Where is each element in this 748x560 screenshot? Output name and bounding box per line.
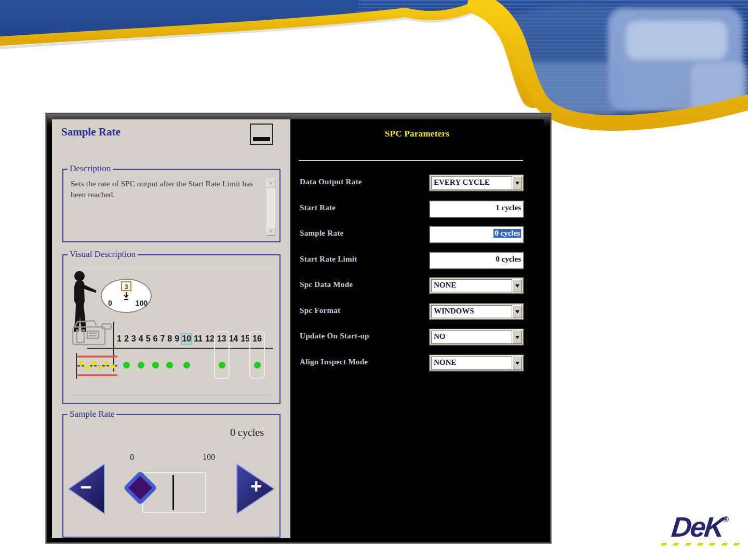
- dropdown-value: NO: [434, 332, 446, 341]
- spc-row-update-on-start-up: Update On Start-upNO: [290, 329, 544, 355]
- field-label: Align Inspect Mode: [300, 358, 368, 366]
- data-output-rate-dropdown[interactable]: EVERY CYCLE: [430, 175, 524, 191]
- page: Sample Rate Description Sets the rate of…: [0, 0, 748, 560]
- dek-logo-dashes: [661, 543, 739, 545]
- help-panel: Sample Rate Description Sets the rate of…: [52, 119, 290, 538]
- field-label: Start Rate Limit: [300, 255, 357, 264]
- minus-icon: −: [80, 477, 91, 497]
- cycle-number-5: 5: [146, 334, 151, 344]
- plus-icon: +: [250, 476, 262, 496]
- minimize-icon: [253, 137, 270, 141]
- cycle-number-11: 11: [194, 334, 203, 344]
- logo-dash: [721, 543, 728, 545]
- visual-fieldset: Visual Description 3 0 100: [62, 254, 280, 404]
- field-label: Update On Start-up: [300, 332, 369, 340]
- logo-dash: [673, 543, 679, 545]
- description-text: Sets the rate of SPC output after the St…: [71, 178, 257, 200]
- cycle-number-14: 14: [229, 334, 238, 344]
- minimize-button[interactable]: [250, 124, 273, 145]
- visual-legend: Visual Description: [68, 249, 138, 259]
- input-value: 0 cycles: [493, 229, 521, 238]
- scale-max-label: 100: [203, 453, 215, 462]
- sample-dot-13: [219, 362, 225, 368]
- spc-format-dropdown[interactable]: WINDOWS: [430, 304, 524, 320]
- spc-rows: Data Output RateEVERY CYCLEStart Rate1 c…: [290, 175, 544, 380]
- spc-chart-icon: [73, 352, 122, 380]
- scroll-up-icon[interactable]: ▲: [266, 179, 275, 187]
- spc-row-start-rate: Start Rate1 cycles: [290, 201, 544, 227]
- logo-dash: [697, 543, 703, 545]
- description-scrollbar[interactable]: ▲ ▼: [266, 178, 276, 236]
- spc-row-start-rate-limit: Start Rate Limit0 cycles: [290, 252, 544, 278]
- input-value: 0 cycles: [496, 255, 521, 264]
- field-label: Data Output Rate: [300, 177, 362, 186]
- sample-dot-16: [254, 362, 261, 368]
- logo-dash: [709, 543, 716, 545]
- app-window: Sample Rate Description Sets the rate of…: [46, 113, 551, 543]
- panel-title: SPC Parameters: [290, 129, 544, 139]
- sample-dot-8: [166, 362, 173, 368]
- dropdown-arrow-icon[interactable]: [512, 357, 522, 370]
- dropdown-value: WINDOWS: [434, 307, 474, 316]
- field-label: Sample Rate: [300, 229, 344, 238]
- cycle-number-7: 7: [160, 334, 165, 344]
- title-divider: [299, 160, 523, 161]
- description-fieldset: Description Sets the rate of SPC output …: [62, 169, 280, 242]
- scale-min-label: 0: [130, 453, 134, 462]
- spc-row-spc-data-mode: Spc Data ModeNONE: [290, 278, 544, 304]
- bubble-value: 3: [121, 281, 131, 291]
- logo-dash: [685, 543, 691, 545]
- field-label: Spc Data Mode: [300, 280, 353, 289]
- cycle-number-2: 2: [124, 334, 129, 344]
- page-title: Sample Rate: [61, 126, 121, 139]
- value-bubble: 3 0 100: [101, 279, 152, 313]
- spc-row-sample-rate: Sample Rate0 cycles: [290, 226, 544, 252]
- number-line: 12345678910111213141516: [117, 334, 264, 344]
- increment-button[interactable]: +: [235, 463, 276, 515]
- spc-data-mode-dropdown[interactable]: NONE: [430, 278, 524, 294]
- spc-row-data-output-rate: Data Output RateEVERY CYCLE: [290, 175, 544, 201]
- sample-rate-input[interactable]: 0 cycles: [430, 226, 524, 243]
- update-on-start-up-dropdown[interactable]: NO: [430, 329, 524, 345]
- sample-box-13: [214, 331, 230, 379]
- decrement-button[interactable]: −: [68, 463, 106, 515]
- field-label: Start Rate: [300, 203, 336, 212]
- sample-dot-2: [123, 362, 130, 368]
- sample-dot-6: [152, 362, 159, 368]
- sample-dot-4: [138, 362, 144, 368]
- dek-logo: DeK®: [657, 511, 744, 545]
- cycle-number-3: 3: [131, 334, 136, 344]
- axis-horizontal-line: [87, 348, 273, 349]
- dropdown-arrow-icon[interactable]: [512, 176, 522, 189]
- bubble-min: 0: [108, 299, 112, 307]
- dropdown-value: NONE: [434, 358, 456, 367]
- cycle-number-10: 10: [182, 334, 191, 344]
- bubble-max: 100: [136, 299, 148, 307]
- input-value: 1 cycles: [496, 203, 521, 212]
- bubble-arrow-icon: [123, 292, 129, 301]
- dropdown-arrow-icon[interactable]: [512, 305, 522, 318]
- start-rate-limit-input[interactable]: 0 cycles: [430, 252, 524, 269]
- sample-rate-legend: Sample Rate: [68, 409, 116, 419]
- scroll-down-icon[interactable]: ▼: [266, 227, 275, 236]
- slider-handle[interactable]: [123, 470, 158, 508]
- dropdown-value: EVERY CYCLE: [434, 178, 490, 187]
- align-inspect-mode-dropdown[interactable]: NONE: [430, 355, 524, 371]
- dropdown-arrow-icon[interactable]: [512, 279, 522, 292]
- dropdown-arrow-icon[interactable]: [512, 331, 522, 344]
- sample-rate-fieldset: Sample Rate 0 cycles 0 100 −: [62, 414, 280, 538]
- start-rate-input[interactable]: 1 cycles: [430, 201, 524, 217]
- cycle-number-6: 6: [153, 334, 158, 344]
- field-label: Spc Format: [300, 306, 340, 315]
- cycle-number-9: 9: [175, 334, 179, 344]
- spc-row-spc-format: Spc FormatWINDOWS: [290, 304, 544, 330]
- dek-logo-text: DeK: [670, 511, 725, 543]
- dropdown-value: NONE: [434, 281, 456, 290]
- cycle-number-12: 12: [205, 334, 215, 344]
- cycle-number-1: 1: [117, 334, 122, 344]
- sample-rate-value: 0 cycles: [230, 427, 264, 439]
- sample-dot-10: [183, 362, 190, 368]
- spc-parameters-panel: SPC Parameters Data Output RateEVERY CYC…: [290, 119, 544, 538]
- description-legend: Description: [68, 163, 113, 174]
- sample-box-16: [249, 331, 265, 379]
